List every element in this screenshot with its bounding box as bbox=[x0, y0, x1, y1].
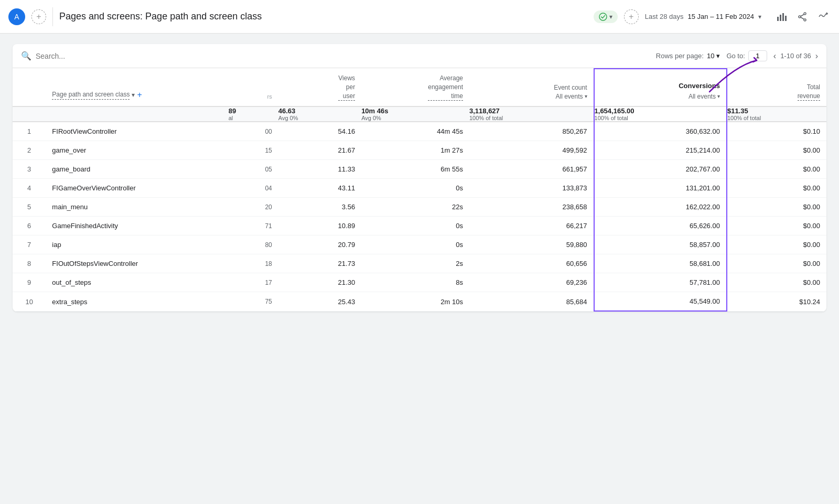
cell-num: 71 bbox=[229, 217, 278, 235]
cell-conversions: 65,626.00 bbox=[594, 217, 727, 235]
status-dropdown-arrow[interactable]: ▾ bbox=[609, 13, 612, 20]
svg-point-5 bbox=[804, 13, 806, 15]
date-value: 15 Jan – 11 Feb 2024 bbox=[688, 13, 755, 20]
cell-engagement: 8s bbox=[361, 273, 469, 292]
cell-engagement: 2m 10s bbox=[361, 292, 469, 312]
cell-rank: 7 bbox=[13, 235, 46, 254]
col-conversions-sub: All events bbox=[689, 92, 716, 101]
rows-dropdown-arrow[interactable]: ▾ bbox=[716, 52, 720, 60]
avatar[interactable]: A bbox=[8, 8, 25, 25]
analytics-icon[interactable] bbox=[816, 9, 831, 24]
summary-row: 89 al 46.63 Avg 0% 10m 46s Avg 0% 3,118,… bbox=[13, 106, 826, 122]
table-container: 🔍 Rows per page: 10 ▾ Go to: ‹ 1-10 of 3… bbox=[13, 44, 826, 312]
cell-rank: 1 bbox=[13, 122, 46, 141]
table-row: 4 FIGameOverViewController 04 43.11 0s 1… bbox=[13, 179, 826, 198]
col-event-count-sub: All events bbox=[556, 92, 583, 101]
pagination: ‹ 1-10 of 36 › bbox=[773, 51, 818, 61]
svg-point-0 bbox=[599, 13, 607, 20]
event-count-dropdown[interactable]: All events ▾ bbox=[556, 92, 587, 101]
date-label: Last 28 days bbox=[645, 13, 684, 20]
cell-revenue: $0.00 bbox=[727, 179, 826, 198]
summary-rank bbox=[13, 106, 46, 122]
checkmark-icon bbox=[599, 13, 607, 21]
cell-event-count: 66,217 bbox=[469, 217, 594, 235]
table-row: 9 out_of_steps 17 21.30 8s 69,236 57,781… bbox=[13, 273, 826, 292]
add-comparison-button[interactable]: + bbox=[624, 9, 639, 24]
cell-views: 43.11 bbox=[278, 179, 361, 198]
table-row: 8 FIOutOfStepsViewController 18 21.73 2s… bbox=[13, 254, 826, 273]
topbar: A + Pages and screens: Page path and scr… bbox=[0, 0, 839, 34]
col-engagement-title: Averageengagementtime bbox=[428, 74, 463, 101]
cell-event-count: 69,236 bbox=[469, 273, 594, 292]
cell-event-count: 133,873 bbox=[469, 179, 594, 198]
cell-page: game_board bbox=[46, 160, 228, 179]
chart-icon[interactable] bbox=[774, 9, 789, 24]
col-revenue-title: Totalrevenue bbox=[798, 83, 820, 101]
prev-page-button[interactable]: ‹ bbox=[773, 51, 776, 61]
cell-engagement: 2s bbox=[361, 254, 469, 273]
status-badge[interactable]: ▾ bbox=[594, 10, 618, 23]
cell-engagement: 0s bbox=[361, 179, 469, 198]
table-row: 7 iap 80 20.79 0s 59,880 58,857.00 $0.00 bbox=[13, 235, 826, 254]
table-body: 1 FIRootViewController 00 54.16 44m 45s … bbox=[13, 122, 826, 311]
col-add-button[interactable]: + bbox=[137, 89, 142, 101]
col-page-dropdown[interactable]: ▾ bbox=[132, 91, 135, 100]
cell-revenue: $0.00 bbox=[727, 198, 826, 217]
share-icon[interactable] bbox=[795, 9, 810, 24]
cell-num: 04 bbox=[229, 179, 278, 198]
cell-num: 80 bbox=[229, 235, 278, 254]
cell-conversions: 58,857.00 bbox=[594, 235, 727, 254]
cell-views: 21.30 bbox=[278, 273, 361, 292]
next-page-button[interactable]: › bbox=[815, 51, 818, 61]
th-event-count: Event count All events ▾ bbox=[469, 69, 594, 106]
cell-num: 00 bbox=[229, 122, 278, 141]
cell-views: 10.89 bbox=[278, 217, 361, 235]
cell-revenue: $0.10 bbox=[727, 122, 826, 141]
search-input[interactable] bbox=[36, 52, 650, 60]
goto-wrap: Go to: bbox=[726, 50, 767, 61]
rows-per-page-label: Rows per page: bbox=[656, 52, 704, 60]
th-engagement: Averageengagementtime bbox=[361, 69, 469, 106]
th-views: Viewsperuser bbox=[278, 69, 361, 106]
toolbar: 🔍 Rows per page: 10 ▾ Go to: ‹ 1-10 of 3… bbox=[13, 44, 826, 68]
cell-engagement: 22s bbox=[361, 198, 469, 217]
cell-conversions: 202,767.00 bbox=[594, 160, 727, 179]
add-tab-button[interactable]: + bbox=[31, 9, 46, 24]
col-conversions-title: Conversions bbox=[679, 81, 720, 91]
cell-revenue: $0.00 bbox=[727, 273, 826, 292]
cell-event-count: 59,880 bbox=[469, 235, 594, 254]
cell-event-count: 850,267 bbox=[469, 122, 594, 141]
cell-rank: 10 bbox=[13, 292, 46, 312]
cell-engagement: 6m 55s bbox=[361, 160, 469, 179]
cell-conversions: 57,781.00 bbox=[594, 273, 727, 292]
page-title: Pages and screens: Page path and screen … bbox=[59, 11, 587, 22]
rows-per-page-select[interactable]: 10 ▾ bbox=[707, 52, 720, 60]
cell-page: extra_steps bbox=[46, 292, 228, 312]
data-table: Page path and screen class ▾ + rs Viewsp… bbox=[13, 68, 826, 312]
svg-rect-2 bbox=[780, 15, 781, 21]
svg-rect-3 bbox=[782, 13, 784, 21]
cell-conversions: 360,632.00 bbox=[594, 122, 727, 141]
conversions-dropdown[interactable]: All events ▾ bbox=[689, 92, 720, 101]
cell-rank: 3 bbox=[13, 160, 46, 179]
cell-engagement: 0s bbox=[361, 217, 469, 235]
cell-conversions: 45,549.00 bbox=[594, 292, 727, 312]
cell-event-count: 499,592 bbox=[469, 141, 594, 160]
svg-rect-1 bbox=[777, 17, 779, 21]
svg-point-7 bbox=[804, 19, 806, 21]
main-content: 🔍 Rows per page: 10 ▾ Go to: ‹ 1-10 of 3… bbox=[0, 34, 839, 322]
cell-page: game_over bbox=[46, 141, 228, 160]
table-row: 5 main_menu 20 3.56 22s 238,658 162,022.… bbox=[13, 198, 826, 217]
date-dropdown-arrow[interactable]: ▾ bbox=[758, 13, 761, 20]
cell-revenue: $10.24 bbox=[727, 292, 826, 312]
cell-rank: 5 bbox=[13, 198, 46, 217]
cell-revenue: $0.00 bbox=[727, 254, 826, 273]
cell-views: 20.79 bbox=[278, 235, 361, 254]
cell-views: 21.73 bbox=[278, 254, 361, 273]
cell-views: 25.43 bbox=[278, 292, 361, 312]
summary-revenue: $11.35 100% of total bbox=[727, 106, 826, 122]
goto-input[interactable] bbox=[748, 50, 767, 61]
date-range-selector[interactable]: Last 28 days 15 Jan – 11 Feb 2024 ▾ bbox=[645, 13, 761, 20]
cell-page: FIRootViewController bbox=[46, 122, 228, 141]
cell-conversions: 131,201.00 bbox=[594, 179, 727, 198]
